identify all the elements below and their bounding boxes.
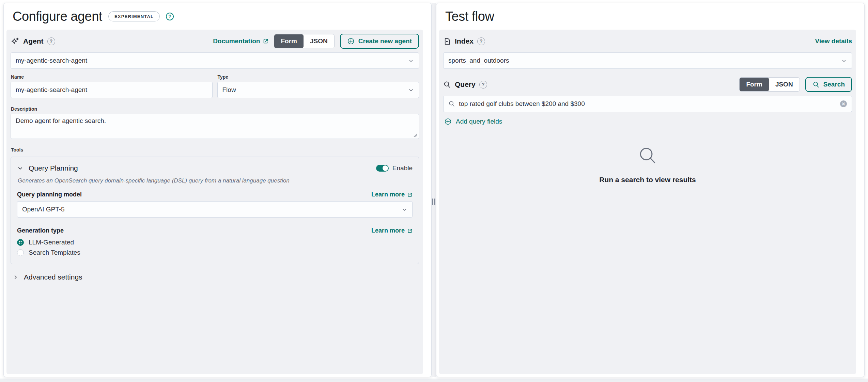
page-bottom-strip <box>0 379 868 382</box>
agent-select[interactable]: my-agentic-search-agent <box>11 52 419 69</box>
empty-state-message: Run a search to view results <box>599 176 696 184</box>
query-planning-description: Generates an OpenSearch query domain-spe… <box>18 177 413 184</box>
name-input[interactable]: my-agentic-search-agent <box>11 82 213 98</box>
description-label: Description <box>11 106 419 112</box>
external-link-icon <box>263 38 268 44</box>
query-planning-model-label: Query planning model <box>17 191 82 198</box>
page-title: Configure agent <box>13 9 102 24</box>
query-help-icon[interactable]: ? <box>479 81 487 89</box>
type-select[interactable]: Flow <box>217 82 419 98</box>
description-textarea[interactable]: Demo agent for agentic search. <box>11 114 419 139</box>
index-select[interactable]: sports_and_outdoors <box>443 52 852 69</box>
index-help-icon[interactable]: ? <box>477 37 485 45</box>
radio-llm-generated[interactable]: LLM-Generated <box>17 237 413 248</box>
view-details-link[interactable]: View details <box>815 37 852 45</box>
experimental-badge: EXPERIMENTAL <box>108 11 160 21</box>
configure-agent-header: Configure agent EXPERIMENTAL ? <box>4 3 431 30</box>
test-flow-body: Index ? View details sports_and_outdoors <box>439 30 856 374</box>
query-search-input[interactable]: top rated golf clubs between $200 and $3… <box>443 96 852 112</box>
agent-section-row: Agent ? Documentation Form JSON <box>11 33 419 49</box>
chevron-down-icon <box>408 87 414 93</box>
radio-search-templates[interactable]: Search Templates <box>17 248 413 258</box>
agent-form-panel: Agent ? Documentation Form JSON <box>6 30 423 374</box>
configure-agent-panel: Configure agent EXPERIMENTAL ? Agent ? D… <box>3 3 432 377</box>
chevron-right-icon <box>13 274 19 280</box>
panel-resizer[interactable] <box>432 3 436 377</box>
sparkle-icon <box>11 37 19 46</box>
create-new-agent-button[interactable]: Create new agent <box>340 34 419 49</box>
model-label-row: Query planning model Learn more <box>17 191 413 198</box>
type-label: Type <box>218 74 419 80</box>
test-flow-header: Test flow <box>436 3 864 30</box>
clear-input-icon[interactable]: ✕ <box>840 100 847 107</box>
view-mode-toggle: Form JSON <box>274 34 334 48</box>
radio-selected-icon[interactable] <box>17 239 24 246</box>
empty-results-state: Run a search to view results <box>443 146 852 184</box>
magnifier-icon <box>443 81 451 89</box>
model-learn-more-link[interactable]: Learn more <box>371 191 413 198</box>
form-view-button[interactable]: Form <box>274 34 304 48</box>
radio-unselected-icon[interactable] <box>17 249 24 256</box>
enable-label: Enable <box>392 164 413 172</box>
generation-learn-more-link[interactable]: Learn more <box>371 227 413 234</box>
app-root: Configure agent EXPERIMENTAL ? Agent ? D… <box>0 0 868 377</box>
page-title: Test flow <box>445 9 494 24</box>
magnifier-icon <box>448 100 455 107</box>
tools-label: Tools <box>11 147 419 153</box>
resize-handle-icon[interactable] <box>414 133 417 137</box>
json-view-button[interactable]: JSON <box>304 34 334 48</box>
query-section-title: Query <box>455 80 476 89</box>
generation-type-label: Generation type <box>17 227 64 234</box>
name-type-row: Name my-agentic-search-agent Type Flow <box>11 74 419 98</box>
documentation-link[interactable]: Documentation <box>213 37 268 45</box>
test-flow-panel: Test flow Index ? View details sports_an… <box>436 3 865 377</box>
chevron-down-icon <box>841 58 847 64</box>
query-section-row: Query ? Form JSON Search <box>443 76 852 93</box>
enable-toggle[interactable] <box>376 165 389 172</box>
query-planning-accordion[interactable]: Query Planning Enable <box>17 161 413 175</box>
advanced-settings-label: Advanced settings <box>24 273 82 281</box>
query-form-view-button[interactable]: Form <box>740 78 769 91</box>
magnifier-icon <box>812 81 820 88</box>
query-view-mode-toggle: Form JSON <box>739 77 800 92</box>
external-link-icon <box>407 192 413 197</box>
large-magnifier-icon <box>637 146 658 167</box>
document-icon <box>443 37 451 45</box>
drag-handle-icon[interactable] <box>432 198 435 205</box>
name-label: Name <box>11 74 213 80</box>
query-planning-title: Query Planning <box>29 164 78 172</box>
plus-circle-icon <box>347 37 355 45</box>
advanced-settings-accordion[interactable]: Advanced settings <box>13 273 419 281</box>
index-section-row: Index ? View details <box>443 33 852 49</box>
external-link-icon <box>407 228 413 234</box>
chevron-down-icon <box>408 58 414 64</box>
chevron-down-icon <box>402 207 407 212</box>
agent-help-icon[interactable]: ? <box>47 37 55 45</box>
agent-toolbar: Documentation Form JSON <box>213 34 419 49</box>
enable-switch-wrap: Enable <box>376 164 413 172</box>
agent-section-title: Agent <box>23 37 44 45</box>
help-icon[interactable]: ? <box>166 13 174 20</box>
description-block: Description Demo agent for agentic searc… <box>11 106 419 139</box>
add-query-fields-button[interactable]: Add query fields <box>444 118 852 125</box>
query-planning-model-select[interactable]: OpenAI GPT-5 <box>17 201 413 218</box>
query-planning-card: Query Planning Enable Generates an OpenS… <box>11 157 419 264</box>
query-json-view-button[interactable]: JSON <box>769 78 800 91</box>
search-button[interactable]: Search <box>805 77 852 92</box>
chevron-down-icon <box>17 165 24 172</box>
plus-circle-icon <box>444 118 452 125</box>
generation-type-row: Generation type Learn more <box>17 227 413 234</box>
index-section-title: Index <box>455 37 474 45</box>
